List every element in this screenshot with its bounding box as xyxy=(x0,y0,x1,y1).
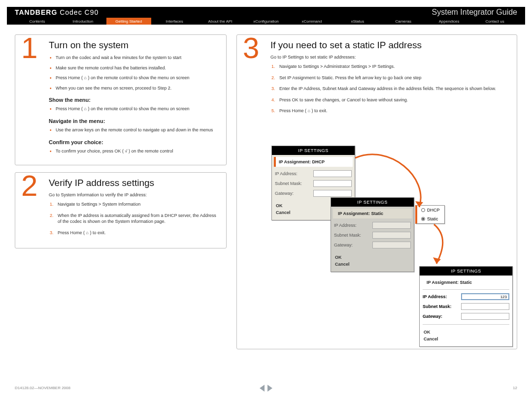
step1-sub1-bullet: Press Home ( ⌂ ) on the remote control t… xyxy=(49,106,219,112)
lbl-gateway: Gateway: xyxy=(423,314,461,319)
field-ip-address xyxy=(372,222,411,229)
step2-item: Press Home ( ⌂ ) to exit. xyxy=(49,230,219,236)
brand: TANDBERG Codec C90 xyxy=(15,8,99,16)
guide-title: System Integrator Guide xyxy=(432,8,517,17)
next-page-icon[interactable] xyxy=(267,385,272,392)
tab-bar: Contents Introduction Getting Started In… xyxy=(7,18,525,25)
step2-item: When the IP address is automatically ass… xyxy=(49,213,219,225)
lbl-subnet: Subnet Mask: xyxy=(275,181,313,186)
step1-sub-confirm: Confirm your choice: xyxy=(49,139,219,145)
lbl-subnet: Subnet Mask: xyxy=(423,304,461,309)
lbl-gateway: Gateway: xyxy=(275,191,313,196)
step3-item: Press Home ( ⌂ ) to exit. xyxy=(270,108,510,114)
tab-contact[interactable]: Contact us xyxy=(472,18,517,25)
panel-step-1: 1 Turn on the system Turn on the codec a… xyxy=(15,34,227,165)
step2-title: Verify IP address settings xyxy=(49,178,219,188)
field-gateway xyxy=(461,313,509,320)
ipwin-title: IP SETTINGS xyxy=(420,267,512,276)
field-ip-address xyxy=(313,170,352,177)
svg-marker-1 xyxy=(433,257,441,264)
lbl-subnet: Subnet Mask: xyxy=(334,233,372,238)
step3-item: Enter the IP Address, Subnet Mask and Ga… xyxy=(270,86,510,92)
brand-bold: TANDBERG xyxy=(15,8,57,16)
cancel-label: Cancel xyxy=(335,262,410,267)
step2-item: Navigate to Settings > System Informatio… xyxy=(49,201,219,208)
step1-sub-show-menu: Show the menu: xyxy=(49,97,219,103)
step1-bullet: Turn on the codec and wait a few minutes… xyxy=(49,55,219,61)
step3-title: If you need to set a static IP address xyxy=(270,40,510,51)
step1-bullet: Press Home ( ⌂ ) on the remote control t… xyxy=(49,75,219,81)
radio-static-label: Static xyxy=(427,216,438,221)
step2-intro: Go to System Information to verify the I… xyxy=(49,192,219,197)
tab-getting-started[interactable]: Getting Started xyxy=(106,18,151,25)
brand-model: Codec C90 xyxy=(57,8,99,16)
page-number: 12 xyxy=(513,386,517,390)
radio-dhcp-label: DHCP xyxy=(427,208,440,213)
step1-sub3-bullet: To confirm your choice, press OK ( √ ) o… xyxy=(49,148,219,154)
ipwin2-actions: OK Cancel xyxy=(331,250,414,272)
tab-appendices[interactable]: Appendices xyxy=(427,18,471,25)
ipwin3-actions: OK Cancel xyxy=(420,325,512,346)
flow-arrow-2 xyxy=(414,222,454,271)
step3-intro: Go to IP Settings to set static IP addre… xyxy=(270,55,510,60)
step1-sub2-bullet: Use the arrow keys on the remote control… xyxy=(49,127,219,133)
field-gateway xyxy=(372,242,411,248)
field-subnet xyxy=(461,303,509,310)
field-subnet xyxy=(372,232,411,239)
step-number-2: 2 xyxy=(21,169,37,203)
step3-item: Press OK to save the changes, or Cancel … xyxy=(270,97,510,103)
radio-static: Static xyxy=(417,215,444,223)
ip-settings-window-3: IP SETTINGS IP Assignment: Static IP Add… xyxy=(419,266,513,347)
top-bar: TANDBERG Codec C90 System Integrator Gui… xyxy=(7,7,525,18)
cancel-label: Cancel xyxy=(424,337,508,341)
step3-item: Set IP Assignment to Static. Press the l… xyxy=(270,75,510,81)
step1-sub-navigate: Navigate in the menu: xyxy=(49,118,219,124)
ipwin-title: IP SETTINGS xyxy=(331,198,414,207)
ok-label: OK xyxy=(424,330,508,335)
lbl-gateway: Gateway: xyxy=(334,243,372,247)
prev-page-icon[interactable] xyxy=(260,385,265,392)
panel-step-2: 2 Verify IP address settings Go to Syste… xyxy=(15,172,227,248)
tab-xconfiguration[interactable]: xConfiguration xyxy=(244,18,289,25)
step-number-1: 1 xyxy=(21,31,37,65)
lbl-ip-address: IP Address: xyxy=(275,171,313,176)
ipwin-title: IP SETTINGS xyxy=(272,146,355,155)
field-gateway xyxy=(313,190,352,197)
ip-assignment-static: IP Assignment: Static xyxy=(333,209,412,218)
step3-item: Navigate to Settings > Administrator Set… xyxy=(270,63,510,70)
tab-introduction[interactable]: Introduction xyxy=(61,18,105,25)
lbl-ip-address: IP Address: xyxy=(334,223,372,228)
tab-contents[interactable]: Contents xyxy=(15,18,60,25)
step1-bullet: When you can see the menu on screen, pro… xyxy=(49,85,219,92)
ip-value: 123 xyxy=(500,295,507,299)
ok-label: OK xyxy=(335,255,410,260)
lbl-ip-address: IP Address: xyxy=(423,294,461,299)
tab-about-api[interactable]: About the API xyxy=(198,18,243,25)
radio-icon-selected xyxy=(421,217,425,221)
tab-interfaces[interactable]: Interfaces xyxy=(152,18,197,25)
doc-id: D14128.02—NOVEMBER 2008 xyxy=(15,386,70,390)
ip-assignment-static: IP Assignment: Static xyxy=(422,277,510,287)
footer: D14128.02—NOVEMBER 2008 12 xyxy=(15,386,517,390)
radio-dhcp: DHCP xyxy=(417,206,444,215)
tab-xcommand[interactable]: xCommand xyxy=(289,18,334,25)
ip-assignment-radio-popup: DHCP Static xyxy=(415,205,445,224)
step1-bullet: Make sure the remote control has the bat… xyxy=(49,65,219,71)
tab-xstatus[interactable]: xStatus xyxy=(335,18,380,25)
field-ip-address-active: 123 xyxy=(461,293,509,300)
panel-step-3: 3 If you need to set a static IP address… xyxy=(236,34,517,349)
ip-assignment-dhcp: IP Assignment: DHCP xyxy=(274,157,353,167)
step1-title: Turn on the system xyxy=(49,40,219,51)
field-subnet xyxy=(313,180,352,187)
radio-icon xyxy=(421,208,425,212)
step-number-3: 3 xyxy=(243,31,259,65)
ip-settings-window-2: IP SETTINGS IP Assignment: Static IP Add… xyxy=(331,197,414,272)
tab-cameras[interactable]: Cameras xyxy=(381,18,426,25)
